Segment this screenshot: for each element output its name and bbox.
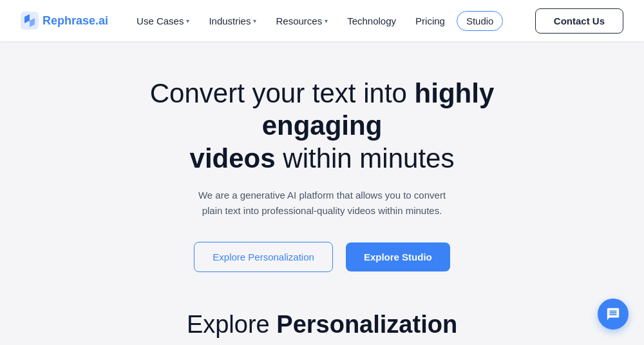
logo[interactable]: Rephrase.ai bbox=[21, 12, 108, 30]
chat-icon bbox=[606, 307, 620, 321]
hero-section: Convert your text into highly engagingvi… bbox=[0, 41, 644, 303]
hero-subtitle: We are a generative AI platform that all… bbox=[193, 188, 451, 219]
explore-personalization-title: Explore Personalization bbox=[187, 311, 457, 339]
logo-text: Rephrase.ai bbox=[43, 14, 108, 28]
contact-us-button[interactable]: Contact Us bbox=[535, 8, 623, 34]
chevron-down-icon: ▾ bbox=[325, 17, 328, 25]
explore-personalization-button[interactable]: Explore Personalization bbox=[194, 242, 333, 272]
hero-buttons: Explore Personalization Explore Studio bbox=[194, 242, 450, 272]
nav-item-technology[interactable]: Technology bbox=[339, 10, 404, 32]
nav-item-resources[interactable]: Resources ▾ bbox=[268, 10, 336, 32]
nav-links: Use Cases ▾ Industries ▾ Resources ▾ Tec… bbox=[129, 10, 535, 32]
explore-personalization-section: Explore Personalization bbox=[0, 303, 644, 345]
chevron-down-icon: ▾ bbox=[186, 17, 189, 25]
logo-icon bbox=[21, 12, 39, 30]
nav-item-pricing[interactable]: Pricing bbox=[408, 10, 453, 32]
hero-title: Convert your text into highly engagingvi… bbox=[103, 77, 541, 175]
chevron-down-icon: ▾ bbox=[253, 17, 256, 25]
nav-item-studio[interactable]: Studio bbox=[457, 11, 504, 31]
navbar: Rephrase.ai Use Cases ▾ Industries ▾ Res… bbox=[0, 0, 644, 41]
nav-item-use-cases[interactable]: Use Cases ▾ bbox=[129, 10, 197, 32]
explore-studio-button[interactable]: Explore Studio bbox=[346, 242, 450, 271]
chat-bubble-button[interactable] bbox=[598, 299, 629, 330]
nav-item-industries[interactable]: Industries ▾ bbox=[201, 10, 264, 32]
